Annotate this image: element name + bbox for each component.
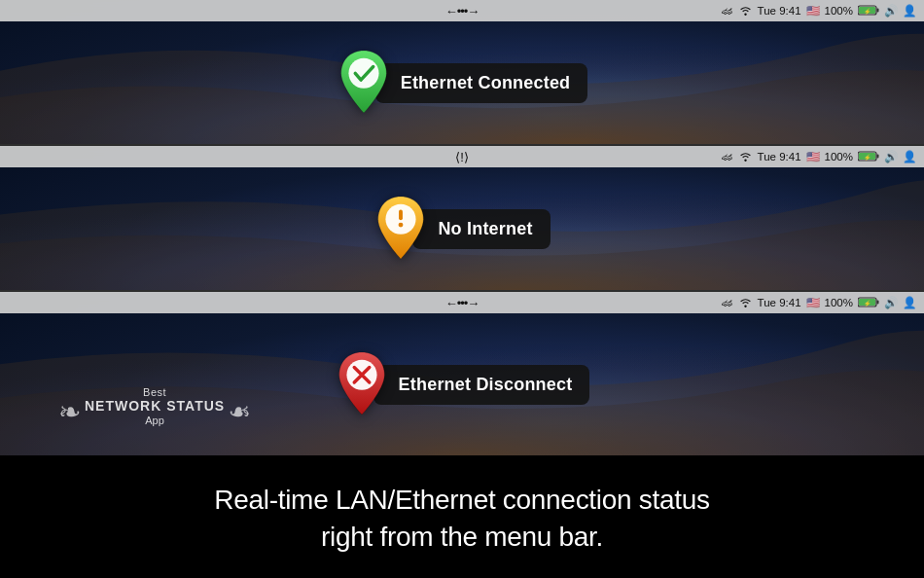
battery-icon-2: ⚡ — [858, 151, 879, 163]
flag-icon-1: 🇺🇸 — [806, 4, 820, 18]
connected-icon-badge — [337, 49, 391, 117]
svg-text:⚡: ⚡ — [864, 153, 871, 161]
time-display-1: Tue 9:41 — [758, 5, 801, 17]
no-internet-label: No Internet — [412, 209, 550, 249]
panel-connected: ←•••→ 🏎 Tue 9:41 🇺🇸 100% ⚡ 🔊 👤 — [0, 0, 924, 144]
menubar-center-1: ←•••→ — [445, 4, 480, 18]
no-internet-status: No Internet — [0, 167, 924, 290]
footer-text: Real-time LAN/Ethernet connection status… — [175, 482, 748, 556]
disconnect-label: Ethernet Disconnect — [373, 365, 590, 405]
svg-rect-3 — [877, 8, 879, 12]
speedometer-icon-2: 🏎 — [722, 151, 733, 163]
svg-point-13 — [399, 223, 404, 228]
svg-rect-12 — [399, 210, 403, 221]
battery-pct-2: 100% — [825, 151, 853, 163]
svg-rect-17 — [877, 300, 879, 304]
disconnect-pill: Ethernet Disconnect — [335, 350, 590, 418]
battery-icon-1: ⚡ — [858, 5, 879, 18]
menubar-center-3: ←•••→ — [445, 296, 480, 310]
svg-rect-9 — [877, 154, 879, 158]
battery-icon-3: ⚡ — [858, 297, 879, 309]
network-icon-1: ←•••→ — [445, 4, 480, 18]
panel-disconnect: ←•••→ 🏎 Tue 9:41 🇺🇸 100% ⚡ 🔊 👤 Best ❧ NE… — [0, 292, 924, 455]
menubar-right-1: 🏎 Tue 9:41 🇺🇸 100% ⚡ 🔊 👤 — [722, 4, 916, 18]
disconnect-status: Ethernet Disconnect — [0, 313, 924, 455]
menubar-right-3: 🏎 Tue 9:41 🇺🇸 100% ⚡ 🔊 👤 — [722, 296, 916, 309]
connected-pill: Ethernet Connected — [337, 49, 588, 117]
footer-line2: right from the menu bar. — [321, 522, 603, 552]
speedometer-icon-3: 🏎 — [722, 297, 733, 308]
volume-icon-2: 🔊 — [884, 150, 898, 163]
network-icon-3: ←•••→ — [445, 296, 480, 310]
footer-panel: Real-time LAN/Ethernet connection status… — [0, 455, 924, 578]
footer-line1: Real-time LAN/Ethernet connection status — [214, 485, 709, 515]
battery-pct-1: 100% — [825, 5, 853, 17]
volume-icon-1: 🔊 — [884, 4, 898, 18]
no-internet-icon-badge — [373, 195, 428, 263]
time-display-2: Tue 9:41 — [758, 151, 801, 163]
flag-icon-3: 🇺🇸 — [806, 296, 820, 309]
no-internet-pill: No Internet — [373, 195, 550, 263]
speedometer-icon: 🏎 — [722, 5, 733, 17]
menubar-3: ←•••→ 🏎 Tue 9:41 🇺🇸 100% ⚡ 🔊 👤 — [0, 292, 924, 313]
volume-icon-3: 🔊 — [884, 296, 898, 309]
user-icon-2: 👤 — [903, 150, 916, 163]
battery-pct-3: 100% — [825, 297, 853, 308]
network-icon-2: ⟨!⟩ — [455, 150, 469, 164]
flag-icon-2: 🇺🇸 — [806, 150, 820, 163]
wifi-icon-3 — [738, 296, 753, 309]
connected-status: Ethernet Connected — [0, 21, 924, 144]
disconnect-icon-badge — [335, 350, 389, 418]
connected-label: Ethernet Connected — [375, 63, 588, 103]
panel-no-internet: ⟨!⟩ 🏎 Tue 9:41 🇺🇸 100% ⚡ 🔊 👤 — [0, 146, 924, 290]
wifi-icon-2 — [738, 150, 753, 163]
menubar-center-2: ⟨!⟩ — [455, 150, 469, 164]
menubar-right-2: 🏎 Tue 9:41 🇺🇸 100% ⚡ 🔊 👤 — [722, 150, 916, 163]
time-display-3: Tue 9:41 — [758, 297, 801, 308]
menubar-1: ←•••→ 🏎 Tue 9:41 🇺🇸 100% ⚡ 🔊 👤 — [0, 0, 924, 21]
user-icon-3: 👤 — [903, 296, 916, 309]
wifi-icon — [738, 4, 753, 18]
svg-text:⚡: ⚡ — [864, 7, 871, 15]
svg-text:⚡: ⚡ — [864, 299, 871, 307]
menubar-2: ⟨!⟩ 🏎 Tue 9:41 🇺🇸 100% ⚡ 🔊 👤 — [0, 146, 924, 167]
user-icon-1: 👤 — [903, 4, 916, 18]
svg-point-5 — [348, 58, 378, 89]
